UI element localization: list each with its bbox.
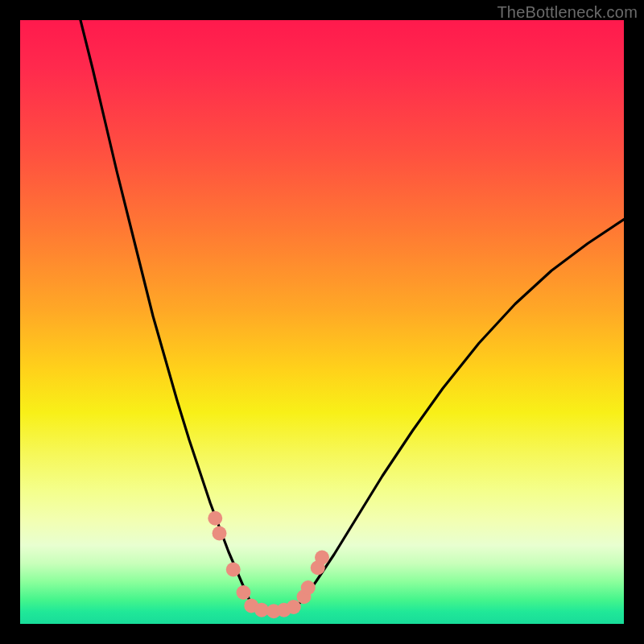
- marker-dot: [226, 563, 241, 577]
- plot-area: [20, 20, 624, 624]
- marker-dot: [208, 511, 222, 526]
- marker-dot: [213, 526, 227, 541]
- marker-dot: [287, 600, 301, 614]
- marker-dot: [237, 585, 251, 600]
- curve-path: [80, 20, 624, 612]
- chart-frame: TheBottleneck.com: [0, 0, 644, 644]
- curve-svg: [20, 20, 624, 624]
- marker-dot: [301, 580, 316, 595]
- attribution-label: TheBottleneck.com: [497, 3, 638, 22]
- bottleneck-curve: [80, 20, 624, 612]
- marker-group: [208, 511, 329, 619]
- marker-dot: [315, 551, 329, 565]
